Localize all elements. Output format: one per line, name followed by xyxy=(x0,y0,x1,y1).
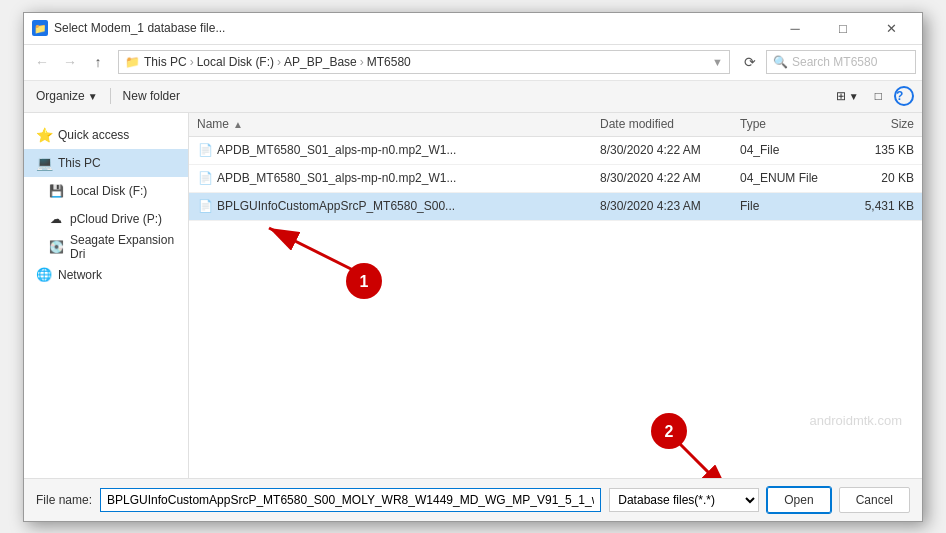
sidebar-label-local-disk: Local Disk (F:) xyxy=(70,184,147,198)
new-folder-button[interactable]: New folder xyxy=(119,85,184,107)
col-name-label: Name xyxy=(197,117,229,131)
sidebar-label-this-pc: This PC xyxy=(58,156,101,170)
up-button[interactable]: ↑ xyxy=(86,50,110,74)
sidebar-item-pcloud[interactable]: ☁ pCloud Drive (P:) xyxy=(24,205,188,233)
organize-arrow: ▼ xyxy=(88,91,98,102)
nav-toolbar: ← → ↑ 📁 This PC › Local Disk (F:) › AP_B… xyxy=(24,45,922,81)
breadcrumb-sep-3: › xyxy=(360,55,364,69)
file-list-header: Name ▲ Date modified Type Size xyxy=(189,113,922,137)
search-placeholder[interactable]: Search MT6580 xyxy=(792,55,877,69)
sidebar-label-quick-access: Quick access xyxy=(58,128,129,142)
minimize-button[interactable]: ─ xyxy=(772,12,818,44)
preview-button[interactable]: □ xyxy=(871,85,886,107)
filename-input[interactable] xyxy=(100,488,601,512)
file-type-2: 04_ENUM File xyxy=(732,171,832,185)
local-disk-icon: 💾 xyxy=(48,183,64,199)
sidebar-item-quick-access[interactable]: ⭐ Quick access xyxy=(24,121,188,149)
breadcrumb[interactable]: 📁 This PC › Local Disk (F:) › AP_BP_Base… xyxy=(118,50,730,74)
svg-line-5 xyxy=(679,443,729,478)
file-size-3: 5,431 KB xyxy=(832,199,922,213)
views-icon: ⊞ xyxy=(836,89,846,103)
col-date-label: Date modified xyxy=(600,117,674,131)
file-name-2: APDB_MT6580_S01_alps-mp-n0.mp2_W1... xyxy=(217,171,456,185)
sidebar-label-pcloud: pCloud Drive (P:) xyxy=(70,212,162,226)
col-header-size[interactable]: Size xyxy=(832,117,922,131)
organize-label: Organize xyxy=(36,89,85,103)
network-icon: 🌐 xyxy=(36,267,52,283)
file-size-2: 20 KB xyxy=(832,171,922,185)
search-box: 🔍 Search MT6580 xyxy=(766,50,916,74)
col-size-label: Size xyxy=(891,117,914,131)
file-list: Name ▲ Date modified Type Size 📄 APDB_MT… xyxy=(189,113,922,478)
action-sep-1 xyxy=(110,88,111,104)
breadcrumb-local-disk[interactable]: Local Disk (F:) xyxy=(197,55,274,69)
col-header-date[interactable]: Date modified xyxy=(592,117,732,131)
help-button[interactable]: ? xyxy=(894,86,914,106)
svg-line-1 xyxy=(269,228,359,273)
breadcrumb-mt6580[interactable]: MT6580 xyxy=(367,55,411,69)
sidebar-label-network: Network xyxy=(58,268,102,282)
file-date-3: 8/30/2020 4:23 AM xyxy=(592,199,732,213)
file-type-1: 04_File xyxy=(732,143,832,157)
cancel-button[interactable]: Cancel xyxy=(839,487,910,513)
sidebar-item-local-disk[interactable]: 💾 Local Disk (F:) xyxy=(24,177,188,205)
file-type-3: File xyxy=(732,199,832,213)
table-row[interactable]: 📄 BPLGUInfoCustomAppSrcP_MT6580_S00... 8… xyxy=(189,193,922,221)
main-area: ⭐ Quick access 💻 This PC 💾 Local Disk (F… xyxy=(24,113,922,478)
new-folder-label: New folder xyxy=(123,89,180,103)
file-dialog: 📁 Select Modem_1 database file... ─ □ ✕ … xyxy=(23,12,923,522)
file-name-1: APDB_MT6580_S01_alps-mp-n0.mp2_W1... xyxy=(217,143,456,157)
filename-label: File name: xyxy=(36,493,92,507)
action-bar: Organize ▼ New folder ⊞ ▼ □ ? xyxy=(24,81,922,113)
sort-arrow: ▲ xyxy=(233,119,243,130)
file-icon-3: 📄 xyxy=(197,198,213,214)
dialog-icon: 📁 xyxy=(32,20,48,36)
file-date-1: 8/30/2020 4:22 AM xyxy=(592,143,732,157)
refresh-button[interactable]: ⟳ xyxy=(738,50,762,74)
svg-point-2 xyxy=(346,263,382,299)
table-row[interactable]: 📄 APDB_MT6580_S01_alps-mp-n0.mp2_W1... 8… xyxy=(189,137,922,165)
filetype-select[interactable]: Database files(*.*) xyxy=(609,488,759,512)
svg-point-6 xyxy=(651,413,687,449)
sidebar-item-network[interactable]: 🌐 Network xyxy=(24,261,188,289)
forward-button[interactable]: → xyxy=(58,50,82,74)
maximize-button[interactable]: □ xyxy=(820,12,866,44)
close-button[interactable]: ✕ xyxy=(868,12,914,44)
organize-button[interactable]: Organize ▼ xyxy=(32,85,102,107)
svg-text:2: 2 xyxy=(665,423,674,440)
col-header-type[interactable]: Type xyxy=(732,117,832,131)
svg-text:1: 1 xyxy=(360,273,369,290)
breadcrumb-ap-bp[interactable]: AP_BP_Base xyxy=(284,55,357,69)
seagate-icon: 💽 xyxy=(48,239,64,255)
window-controls: ─ □ ✕ xyxy=(772,12,914,44)
breadcrumb-this-pc[interactable]: This PC xyxy=(144,55,187,69)
sidebar-item-this-pc[interactable]: 💻 This PC xyxy=(24,149,188,177)
open-button[interactable]: Open xyxy=(767,487,830,513)
file-name-3: BPLGUInfoCustomAppSrcP_MT6580_S00... xyxy=(217,199,455,213)
breadcrumb-sep-2: › xyxy=(277,55,281,69)
col-header-name[interactable]: Name ▲ xyxy=(189,117,592,131)
breadcrumb-dropdown[interactable]: ▼ xyxy=(712,56,723,68)
views-button[interactable]: ⊞ ▼ xyxy=(832,85,863,107)
sidebar-label-seagate: Seagate Expansion Dri xyxy=(70,233,180,261)
folder-icon: 📁 xyxy=(125,55,140,69)
preview-icon: □ xyxy=(875,89,882,103)
file-date-2: 8/30/2020 4:22 AM xyxy=(592,171,732,185)
title-bar: 📁 Select Modem_1 database file... ─ □ ✕ xyxy=(24,13,922,45)
sidebar-item-seagate[interactable]: 💽 Seagate Expansion Dri xyxy=(24,233,188,261)
table-row[interactable]: 📄 APDB_MT6580_S01_alps-mp-n0.mp2_W1... 8… xyxy=(189,165,922,193)
back-button[interactable]: ← xyxy=(30,50,54,74)
file-name-cell-3: 📄 BPLGUInfoCustomAppSrcP_MT6580_S00... xyxy=(189,198,592,214)
sidebar: ⭐ Quick access 💻 This PC 💾 Local Disk (F… xyxy=(24,113,189,478)
file-name-cell-2: 📄 APDB_MT6580_S01_alps-mp-n0.mp2_W1... xyxy=(189,170,592,186)
pcloud-icon: ☁ xyxy=(48,211,64,227)
file-name-cell-1: 📄 APDB_MT6580_S01_alps-mp-n0.mp2_W1... xyxy=(189,142,592,158)
breadcrumb-sep-1: › xyxy=(190,55,194,69)
dialog-title: Select Modem_1 database file... xyxy=(54,21,772,35)
file-icon-1: 📄 xyxy=(197,142,213,158)
this-pc-icon: 💻 xyxy=(36,155,52,171)
file-size-1: 135 KB xyxy=(832,143,922,157)
views-arrow: ▼ xyxy=(849,91,859,102)
quick-access-icon: ⭐ xyxy=(36,127,52,143)
watermark: androidmtk.com xyxy=(810,413,902,428)
